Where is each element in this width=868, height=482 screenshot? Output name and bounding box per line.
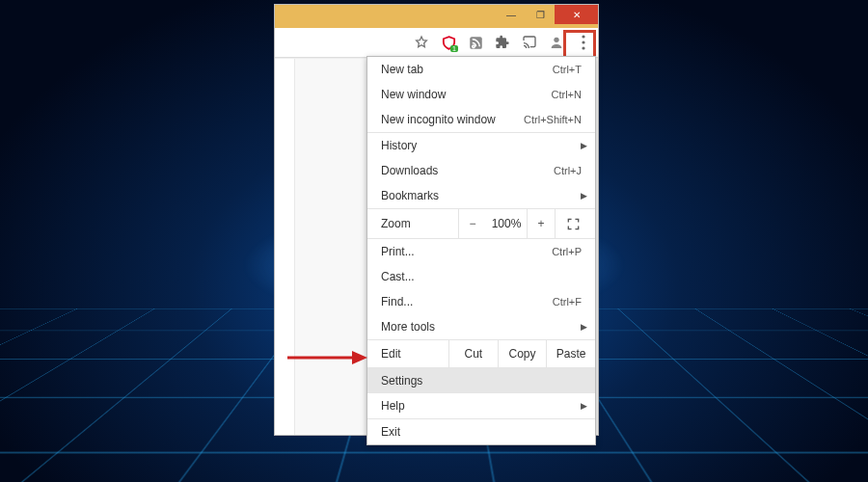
menu-section-tools: Print... Ctrl+P Cast... Find... Ctrl+F M… bbox=[367, 239, 595, 340]
menu-item-settings[interactable]: Settings bbox=[367, 368, 595, 393]
menu-shortcut: Ctrl+F bbox=[553, 296, 582, 308]
menu-item-more-tools[interactable]: More tools ▶ bbox=[367, 314, 595, 339]
menu-label: History bbox=[381, 139, 582, 152]
fullscreen-button[interactable] bbox=[555, 209, 590, 238]
menu-item-print[interactable]: Print... Ctrl+P bbox=[367, 239, 595, 264]
zoom-label: Zoom bbox=[381, 217, 458, 230]
paste-button[interactable]: Paste bbox=[547, 340, 595, 367]
menu-item-new-incognito[interactable]: New incognito window Ctrl+Shift+N bbox=[367, 107, 595, 132]
zoom-out-button[interactable]: − bbox=[458, 209, 486, 238]
menu-section-nav: History ▶ Downloads Ctrl+J Bookmarks ▶ bbox=[367, 133, 595, 209]
menu-label: New tab bbox=[381, 63, 553, 76]
zoom-in-button[interactable]: + bbox=[527, 209, 555, 238]
extensions-icon[interactable] bbox=[494, 34, 511, 51]
rss-icon[interactable] bbox=[467, 34, 484, 51]
chevron-right-icon: ▶ bbox=[581, 401, 587, 411]
menu-section-edit: Edit Cut Copy Paste bbox=[367, 340, 595, 368]
svg-point-4 bbox=[582, 46, 584, 49]
close-button[interactable]: ✕ bbox=[555, 5, 598, 24]
menu-label: Find... bbox=[381, 295, 553, 308]
svg-point-1 bbox=[554, 38, 558, 42]
bookmark-star-icon[interactable] bbox=[413, 34, 430, 51]
menu-label: Cast... bbox=[381, 270, 582, 283]
maximize-button[interactable]: ❐ bbox=[526, 5, 555, 24]
menu-section-settings: Settings Help ▶ bbox=[367, 368, 595, 419]
profile-icon[interactable] bbox=[548, 34, 565, 51]
menu-label: New window bbox=[381, 88, 552, 101]
menu-shortcut: Ctrl+N bbox=[552, 89, 582, 100]
menu-item-edit-row: Edit Cut Copy Paste bbox=[367, 340, 595, 367]
menu-label: Downloads bbox=[381, 164, 554, 177]
menu-label: New incognito window bbox=[381, 113, 524, 126]
chrome-main-menu: New tab Ctrl+T New window Ctrl+N New inc… bbox=[366, 56, 596, 445]
menu-item-downloads[interactable]: Downloads Ctrl+J bbox=[367, 158, 595, 183]
menu-item-find[interactable]: Find... Ctrl+F bbox=[367, 289, 595, 314]
menu-item-zoom: Zoom − 100% + bbox=[367, 209, 595, 238]
menu-label: Settings bbox=[381, 374, 582, 388]
chevron-right-icon: ▶ bbox=[581, 322, 587, 332]
left-edge bbox=[275, 59, 295, 435]
menu-section-exit: Exit bbox=[367, 419, 595, 444]
menu-item-new-tab[interactable]: New tab Ctrl+T bbox=[367, 57, 595, 82]
chevron-right-icon: ▶ bbox=[581, 141, 587, 150]
menu-shortcut: Ctrl+Shift+N bbox=[524, 114, 582, 125]
cast-icon[interactable] bbox=[521, 34, 538, 51]
copy-button[interactable]: Copy bbox=[499, 340, 548, 367]
shield-badge: 1 bbox=[450, 45, 458, 52]
svg-point-2 bbox=[582, 35, 584, 38]
menu-label: Help bbox=[381, 399, 582, 413]
menu-shortcut: Ctrl+P bbox=[552, 246, 582, 257]
menu-label: Bookmarks bbox=[381, 189, 582, 202]
menu-label: Print... bbox=[381, 245, 552, 258]
menu-item-help[interactable]: Help ▶ bbox=[367, 393, 595, 418]
menu-section-tabs: New tab Ctrl+T New window Ctrl+N New inc… bbox=[367, 57, 595, 133]
browser-toolbar: 1 bbox=[275, 28, 598, 58]
menu-item-bookmarks[interactable]: Bookmarks ▶ bbox=[367, 183, 595, 208]
menu-label: Exit bbox=[381, 425, 582, 439]
svg-point-3 bbox=[582, 40, 584, 43]
menu-shortcut: Ctrl+J bbox=[554, 165, 582, 176]
edit-label: Edit bbox=[367, 340, 449, 367]
menu-label: More tools bbox=[381, 320, 582, 334]
menu-section-zoom: Zoom − 100% + bbox=[367, 209, 595, 239]
shield-icon[interactable]: 1 bbox=[440, 34, 457, 51]
titlebar: — ❐ ✕ bbox=[275, 5, 598, 28]
menu-item-new-window[interactable]: New window Ctrl+N bbox=[367, 82, 595, 107]
menu-shortcut: Ctrl+T bbox=[553, 64, 582, 75]
cut-button[interactable]: Cut bbox=[449, 340, 499, 367]
menu-item-cast[interactable]: Cast... bbox=[367, 264, 595, 289]
zoom-value: 100% bbox=[486, 217, 527, 230]
more-menu-icon[interactable] bbox=[575, 34, 592, 51]
menu-item-exit[interactable]: Exit bbox=[367, 419, 595, 444]
chevron-right-icon: ▶ bbox=[581, 191, 587, 201]
minimize-button[interactable]: — bbox=[497, 5, 526, 24]
menu-item-history[interactable]: History ▶ bbox=[367, 133, 595, 158]
